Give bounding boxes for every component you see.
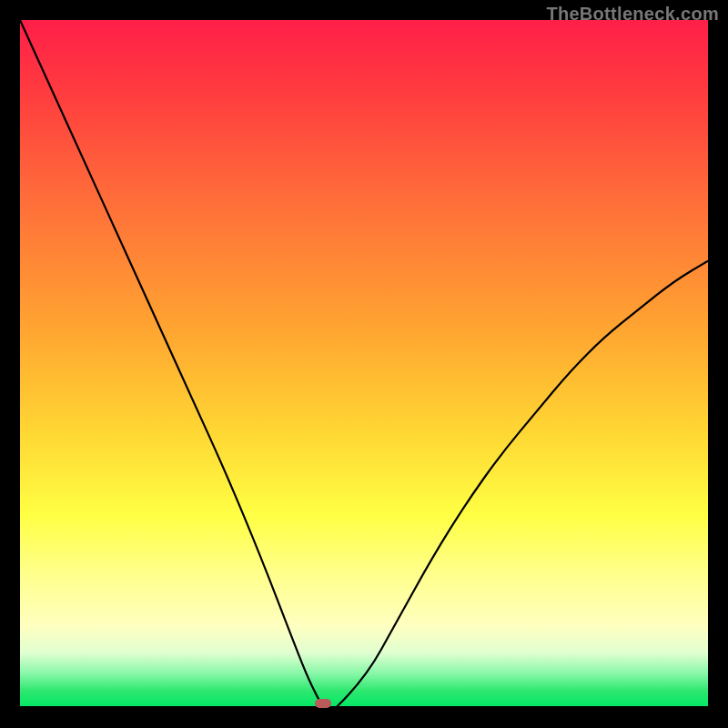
- bottleneck-curve: [20, 20, 708, 707]
- optimal-marker: [315, 699, 331, 708]
- curve-svg: [20, 20, 708, 708]
- plot-area: [20, 20, 708, 708]
- watermark-text: TheBottleneck.com: [546, 4, 719, 25]
